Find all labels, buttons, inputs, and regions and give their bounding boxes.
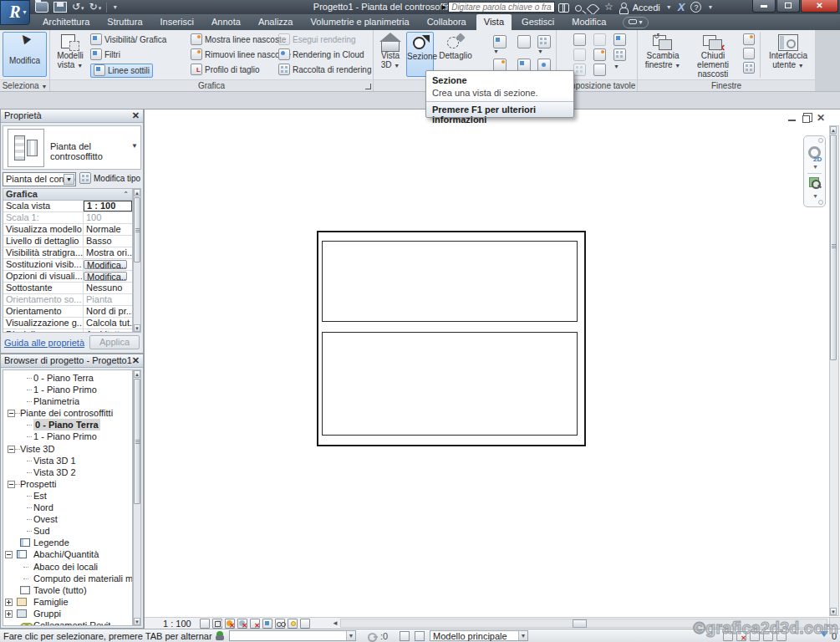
duplicate-view-button[interactable] (517, 35, 537, 55)
properties-close-icon[interactable]: ✕ (132, 110, 140, 121)
ceiling-room-bottom[interactable] (322, 332, 578, 436)
tab-vista[interactable]: Vista (476, 14, 512, 30)
esegui-rendering-button[interactable]: Esegui rendering (278, 33, 356, 48)
crop-view-icon[interactable]: ✕ (250, 619, 260, 629)
modifica-tipo-button[interactable]: Modifica tipo (79, 172, 141, 186)
communication-center-icon[interactable] (588, 2, 598, 13)
tree-item-planimetria[interactable]: Planimetria (3, 395, 132, 407)
scroll-up-icon[interactable]: ▲ (134, 370, 140, 378)
close-button[interactable]: ✕ (801, 0, 838, 13)
property-row-visualizza-modello[interactable]: Visualizza modelloNormale (3, 224, 132, 236)
tab-gestisci[interactable]: Gestisci (514, 14, 562, 30)
save-icon[interactable] (53, 2, 67, 13)
tree-item-ovest[interactable]: Ovest (3, 513, 132, 525)
view-close-icon[interactable]: ✕ (817, 114, 825, 123)
tree-item-sud[interactable]: Sud (3, 525, 132, 537)
zoom-tool-icon[interactable] (809, 177, 819, 187)
undo-icon[interactable]: ↺ (72, 2, 84, 13)
filtri-button[interactable]: Filtri (90, 48, 120, 63)
design-options-icon[interactable] (400, 631, 410, 641)
linee-sottili-button[interactable]: Linee sottili (90, 64, 153, 78)
property-row-visibilita-stratigrafica[interactable]: Visibilità stratigra...Mostra ori... (3, 247, 132, 259)
project-browser-header[interactable]: Browser di progetto - Progetto1 ✕ (1, 354, 143, 368)
property-row-visualizzazione-grafica[interactable]: Visualizzazione g...Calcola tut... (3, 318, 132, 329)
editable-only-icon[interactable] (368, 631, 378, 641)
tree-item-viste-3d[interactable]: Viste 3D (3, 443, 132, 455)
mostra-linee-nascoste-button[interactable]: Mostra linee nascoste (191, 33, 286, 48)
help-icon[interactable]: ? (690, 2, 701, 13)
tree-item-piano-terra-pav[interactable]: 0 - Piano Terra (3, 372, 132, 384)
tree-item-piante-controsoffitti[interactable]: Piante dei controsoffitti (3, 407, 132, 419)
modifica-button-1[interactable]: Modifica... (84, 260, 127, 269)
vertical-scrollbar[interactable]: ▲ ▼ (829, 125, 839, 616)
property-section-grafica[interactable]: Grafica⌃ (3, 189, 132, 201)
property-row-disciplina[interactable]: DisciplinaArchitettu... (3, 329, 132, 333)
vista-3d-button[interactable]: Vista 3D ▼ (377, 32, 404, 77)
raccolta-rendering-button[interactable]: Raccolta di rendering (278, 64, 372, 78)
scroll-up-icon[interactable]: ▲ (134, 189, 140, 196)
reveal-hidden-elements-icon[interactable] (288, 619, 298, 629)
shadows-icon[interactable]: ✕ (237, 619, 247, 629)
tree-item-tavole[interactable]: Tavole (tutto) (3, 584, 132, 596)
zoom-caret-icon[interactable]: ▼ (812, 193, 818, 199)
interfaccia-utente-button[interactable]: Interfaccia utente ▼ (765, 32, 812, 77)
cascade-windows-icon[interactable] (743, 48, 755, 59)
tab-volumetrie[interactable]: Volumetrie e planimetria (303, 14, 417, 30)
abaco-button[interactable]: ▼ (537, 35, 557, 55)
scale-button[interactable]: 1 : 100 (163, 619, 191, 629)
browser-scrollbar[interactable]: ▲ ▼ (133, 369, 141, 626)
property-row-opzioni-visualizzazione[interactable]: Opzioni di visuali...Modifica... (3, 271, 132, 283)
tree-item-piano-terra-cs-selected[interactable]: 0 - Piano Terra (3, 419, 132, 431)
tree-item-abachi-quantita[interactable]: Abachi/Quantità (3, 548, 132, 560)
customize-qat-icon[interactable]: ▼ (112, 4, 118, 10)
search-input[interactable] (448, 2, 555, 13)
property-help-link[interactable]: Guida alle proprietà (4, 338, 84, 348)
scambia-finestre-button[interactable]: ↺ Scambia finestre ▼ (641, 32, 685, 77)
property-row-orientamento[interactable]: OrientamentoNord di pr... (3, 306, 132, 318)
scroll-down-icon[interactable]: ▼ (134, 618, 140, 625)
visual-style-icon[interactable] (212, 619, 222, 629)
property-row-sottostante[interactable]: SottostanteNessuno (3, 283, 132, 294)
tree-item-piano-primo-pav[interactable]: 1 - Piano Primo (3, 384, 132, 395)
tree-item-nord[interactable]: Nord (3, 502, 132, 513)
design-options-selector[interactable]: Modello principale▼ (430, 630, 528, 641)
scroll-down-icon[interactable]: ▼ (830, 608, 837, 615)
search-toggle-icon[interactable]: ▶ (441, 3, 446, 11)
exchange-apps-icon[interactable]: X (678, 1, 685, 13)
properties-header[interactable]: Proprietà ✕ (1, 110, 143, 123)
application-menu-button[interactable]: R ▼ (0, 0, 30, 25)
grafica-dialog-launcher-icon[interactable] (365, 84, 371, 89)
collapse-icon[interactable] (5, 551, 13, 558)
ceiling-room-top[interactable] (322, 241, 578, 322)
minimize-button[interactable] (752, 0, 776, 13)
scroll-down-icon[interactable]: ▼ (134, 324, 140, 332)
viewport-icon[interactable] (613, 33, 626, 46)
modelli-vista-button[interactable]: Modelli vista ▼ (53, 32, 87, 77)
view-restore-icon[interactable] (802, 115, 810, 123)
steering-wheel-icon[interactable]: 2D (808, 146, 821, 159)
tile-windows-icon[interactable] (743, 62, 755, 74)
tree-item-legende[interactable]: Legende (3, 537, 132, 548)
profilo-di-taglio-button[interactable]: LProfilo di taglio (191, 64, 260, 78)
sign-in-icon[interactable] (619, 5, 627, 13)
view-reference-icon[interactable] (593, 64, 606, 76)
browser-close-icon[interactable]: ✕ (132, 355, 140, 366)
tree-item-vista-3d-1[interactable]: Vista 3D 1 (3, 455, 132, 466)
collapse-icon[interactable] (8, 410, 15, 417)
sign-in-caret-icon[interactable]: ▼ (666, 4, 672, 10)
view-reference-caret-icon[interactable]: ▼ (613, 64, 634, 79)
modifica-button[interactable]: ► Modifica (3, 32, 47, 77)
tree-item-vista-3d-2[interactable]: Vista 3D 2 (3, 466, 132, 478)
type-selector-combo[interactable]: Pianta del contro ▼ (3, 172, 76, 186)
analytical-model-icon[interactable] (300, 619, 310, 629)
wheel-caret-icon[interactable]: ▼ (812, 164, 818, 170)
type-selector-caret-icon[interactable]: ▼ (64, 174, 74, 185)
sun-path-icon[interactable]: ✕ (225, 619, 235, 629)
worksets-selector[interactable]: ▼ (229, 630, 356, 641)
applica-button[interactable]: Applica (89, 335, 140, 349)
property-row-sostituzioni[interactable]: Sostituzioni visib...Modifica... (3, 259, 132, 271)
show-crop-region-icon[interactable] (262, 619, 272, 629)
tree-item-piano-primo-cs[interactable]: 1 - Piano Primo (3, 431, 132, 442)
tree-item-gruppi[interactable]: Gruppi (3, 608, 132, 619)
chiudi-elementi-nascosti-button[interactable]: ✕ Chiudi elementi nascosti (686, 32, 740, 77)
